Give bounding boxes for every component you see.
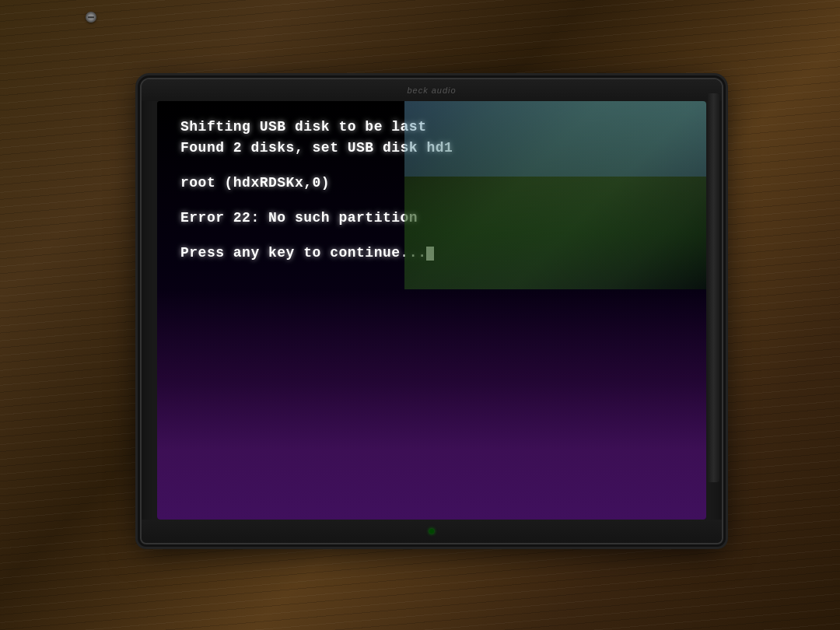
monitor-brand-bar: beck audio — [142, 79, 722, 101]
terminal-cursor — [426, 247, 434, 261]
terminal-text-area: Shifting USB disk to be last Found 2 dis… — [180, 117, 683, 264]
terminal-blank-2 — [180, 194, 683, 208]
monitor-side-panel — [708, 93, 719, 482]
monitor-bottom-bezel — [142, 520, 722, 543]
terminal-line-prompt: Press any key to continue... — [180, 243, 683, 264]
monitor-bezel: beck audio Shifting USB disk to be last … — [140, 78, 723, 544]
terminal-blank-3 — [180, 229, 683, 243]
terminal-line-3: root (hdxRDSKx,0) — [180, 173, 683, 194]
terminal-display: Shifting USB disk to be last Found 2 dis… — [157, 101, 706, 520]
terminal-line-2: Found 2 disks, set USB disk hd1 — [180, 138, 683, 159]
terminal-blank-1 — [180, 159, 683, 173]
monitor-power-led — [429, 529, 434, 534]
terminal-line-error: Error 22: No such partition — [180, 208, 683, 229]
wall-screw — [86, 12, 96, 23]
monitor-brand-label: beck audio — [407, 86, 456, 95]
monitor-screen: Shifting USB disk to be last Found 2 dis… — [157, 101, 706, 520]
terminal-line-1: Shifting USB disk to be last — [180, 117, 683, 138]
